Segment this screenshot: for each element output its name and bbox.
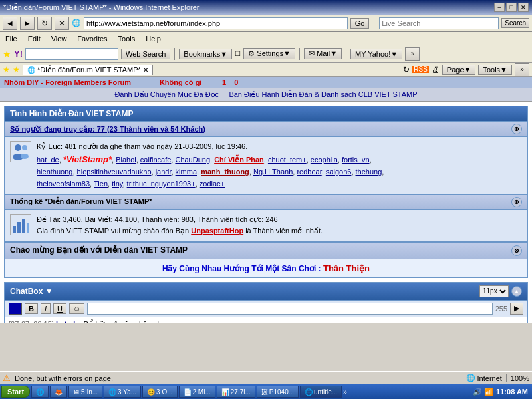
menu-help[interactable]: Help xyxy=(143,34,164,43)
maximize-button[interactable]: □ xyxy=(506,3,517,12)
user-tien[interactable]: Tien xyxy=(94,180,108,188)
mark-read-link[interactable]: Đánh Dấu Chuyên Mục Đã Đọc xyxy=(114,90,219,98)
user-biahoi[interactable]: Biahoi xyxy=(116,156,136,164)
task-7[interactable]: 🌐 untitle... xyxy=(300,386,342,398)
go-button[interactable]: Go xyxy=(350,18,370,29)
menu-tools[interactable]: Tools xyxy=(116,34,138,43)
send-button[interactable]: ▶ xyxy=(510,303,523,315)
title-bar: *Diễn đàn/Forum VIET STAMP* - Windows In… xyxy=(0,0,532,15)
status-bar: ⚠ Done, but with errors on page. 🌐 Inter… xyxy=(0,371,532,384)
status-text: Done, but with errors on page. xyxy=(15,374,458,382)
user-theloveofsiam83[interactable]: theloveofsiam83 xyxy=(37,180,90,188)
menu-view[interactable]: View xyxy=(49,34,70,43)
chatbox-title[interactable]: ChatBox ▼ xyxy=(10,287,53,296)
user-trithuc[interactable]: trithuc_nguyen1993+ xyxy=(127,180,196,188)
user-jandr[interactable]: jandr xyxy=(156,168,172,176)
underline-button[interactable]: U xyxy=(53,303,66,314)
more-tools-button[interactable]: » xyxy=(515,63,529,76)
menu-file[interactable]: File xyxy=(3,34,20,43)
task-2[interactable]: 🌐 3 Ya... xyxy=(104,386,141,398)
checkbox-icon: ☐ xyxy=(235,50,241,57)
user-redbear[interactable]: redbear xyxy=(297,168,321,176)
mail-button[interactable]: ✉ Mail▼ xyxy=(304,48,342,59)
stop-button[interactable]: ✕ xyxy=(55,17,69,30)
bookmarks-button[interactable]: Bookmarks▼ xyxy=(179,49,232,59)
task-5[interactable]: 📊 27.7l... xyxy=(217,386,255,398)
admin-link[interactable]: Ban Điều Hành Diễn Đàn & Danh sách CLB V… xyxy=(229,90,417,98)
user-manhthuong[interactable]: manh_thuong xyxy=(201,168,249,176)
internet-zone: 🌐 Internet xyxy=(462,374,502,382)
user-chuottem[interactable]: chuot_tem+ xyxy=(268,156,307,164)
task-firefox[interactable]: 🦊 xyxy=(50,386,67,398)
minimize-button[interactable]: – xyxy=(494,3,505,12)
chat-user-1[interactable]: hat_de xyxy=(56,320,79,323)
task-6-label: P1040... xyxy=(269,388,294,396)
user-tiny[interactable]: tiny xyxy=(112,180,122,188)
tools-toolbar-button[interactable]: Tools▼ xyxy=(478,65,512,75)
online-badge: ⊗ xyxy=(511,124,522,134)
chatbox-collapse-icon[interactable]: ▲ xyxy=(511,286,522,297)
page-button[interactable]: Page▼ xyxy=(442,65,476,75)
close-button[interactable]: ✕ xyxy=(518,3,529,12)
user-fortisvn[interactable]: fortis_vn xyxy=(342,156,370,164)
task-5-label: 27.7l... xyxy=(231,388,251,396)
tab-close-icon[interactable]: ✕ xyxy=(143,66,148,74)
forward-button[interactable]: ► xyxy=(20,17,35,30)
yahoo-search-input[interactable] xyxy=(25,48,118,60)
user-hat-de[interactable]: hat_de xyxy=(37,156,59,164)
taskbar-more[interactable]: » xyxy=(343,388,347,396)
user-chivienphan[interactable]: Chí Viễn Phan xyxy=(214,156,264,164)
refresh-button[interactable]: ↻ xyxy=(37,17,52,30)
new-member-link[interactable]: UnpasptaftHop xyxy=(191,227,243,235)
chat-message-input[interactable] xyxy=(87,303,492,315)
user-ecophila[interactable]: ecophila xyxy=(311,156,338,164)
color-picker[interactable] xyxy=(9,303,22,315)
breadcrumb-row: Đánh Dấu Chuyên Mục Đã Đọc Ban Điều Hành… xyxy=(0,88,532,102)
refresh-icon[interactable]: ↻ xyxy=(403,65,410,74)
user-hienthuong[interactable]: hienthuong xyxy=(37,168,72,176)
user-saigon6[interactable]: saigon6 xyxy=(326,168,352,176)
task-6[interactable]: 🖼 P1040... xyxy=(257,386,299,398)
address-input[interactable] xyxy=(84,17,348,29)
stats-line3: là Thành viên mới nhất. xyxy=(243,227,323,235)
task-3[interactable]: 😊 3 O... xyxy=(142,386,177,398)
italic-button[interactable]: I xyxy=(41,303,51,314)
task-4-label: 2 Mi... xyxy=(193,388,211,396)
online-count-link[interactable]: Số người đang truy cập: 77 (23 Thành viê… xyxy=(10,125,205,134)
task-6-icon: 🖼 xyxy=(261,388,268,396)
task-ie-icon[interactable]: 🌐 xyxy=(31,386,49,398)
stats-badge: ⊗ xyxy=(511,197,522,207)
start-button[interactable]: Start xyxy=(1,386,30,398)
taskbar: Start 🌐 🦊 🖥 5 In... 🌐 3 Ya... 😊 3 O... 📄… xyxy=(0,384,532,399)
toolbar-sep2 xyxy=(299,48,300,60)
user-zodiac[interactable]: zodiac+ xyxy=(200,180,225,188)
live-search-input[interactable] xyxy=(379,17,499,29)
active-tab[interactable]: 🌐 *Diễn đàn/Forum VIET STAMP* ✕ xyxy=(23,65,153,75)
user-hiepsitinhveuvadaukho[interactable]: hiepsitinhveuvadaukho xyxy=(77,168,152,176)
user-ngh-thanh[interactable]: Ng.H.Thanh xyxy=(253,168,293,176)
websearch-button[interactable]: Web Search xyxy=(121,49,170,59)
menu-edit[interactable]: Edit xyxy=(25,34,43,43)
user-chaudung[interactable]: ChauDung xyxy=(175,156,210,164)
forum-stats-text: Đề Tài: 3,460, Bài Viết: 44,100, Thành v… xyxy=(37,214,522,237)
font-size-select[interactable]: 11px10px12px xyxy=(479,285,509,297)
task-1[interactable]: 🖥 5 In... xyxy=(68,386,102,398)
print-icon[interactable]: 🖨 xyxy=(432,65,440,74)
svg-rect-7 xyxy=(27,223,29,233)
user-kimma[interactable]: kimma xyxy=(176,168,197,176)
user-caifincafe[interactable]: caifincafe xyxy=(140,156,171,164)
search-button[interactable]: Search xyxy=(501,18,529,28)
svg-point-3 xyxy=(21,154,29,159)
user-thehung[interactable]: thehung xyxy=(356,168,382,176)
task-4[interactable]: 📄 2 Mi... xyxy=(179,386,215,398)
chatbox-messages: [27-07, 08:15] hat_de: Để hữa cô gắng hô… xyxy=(5,317,527,323)
user-vietstamp[interactable]: *VietStamp* xyxy=(63,154,112,164)
more-button[interactable]: » xyxy=(405,47,420,61)
smiley-button[interactable]: ☺ xyxy=(69,303,84,314)
back-button[interactable]: ◄ xyxy=(3,17,17,30)
myyahoo-button[interactable]: MY Yahoo!▼ xyxy=(350,49,402,59)
settings-button[interactable]: ⚙ Settings▼ xyxy=(243,48,295,59)
menu-favorites[interactable]: Favorites xyxy=(74,34,110,43)
bold-button[interactable]: B xyxy=(25,303,38,314)
welcome-badge: ⊗ xyxy=(511,245,522,256)
